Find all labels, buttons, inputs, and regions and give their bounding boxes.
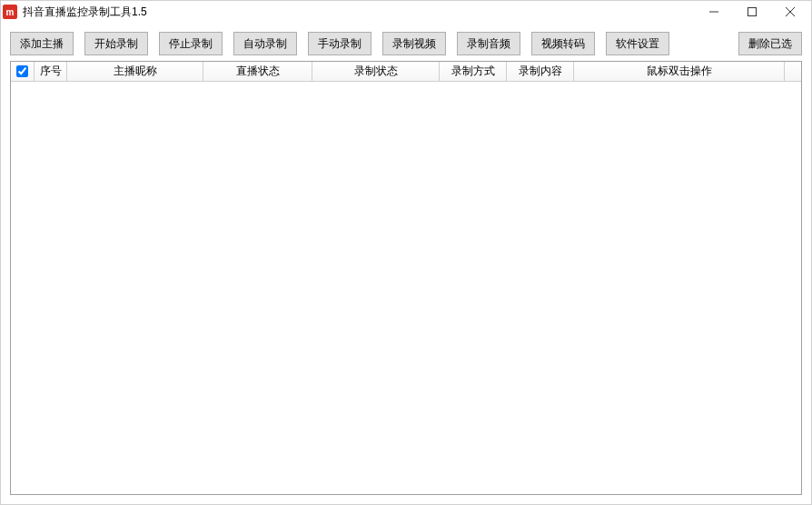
start-record-button[interactable]: 开始录制 (84, 32, 148, 55)
col-dblclick-action[interactable]: 鼠标双击操作 (574, 62, 785, 81)
col-record-mode[interactable]: 录制方式 (440, 62, 507, 81)
window-controls (695, 1, 809, 23)
col-live-status[interactable]: 直播状态 (203, 62, 312, 81)
grid-header: 序号 主播昵称 直播状态 录制状态 录制方式 录制内容 鼠标双击操作 (11, 62, 801, 82)
col-gutter (785, 62, 801, 81)
record-audio-button[interactable]: 录制音频 (457, 32, 520, 55)
select-all-checkbox[interactable] (16, 65, 28, 77)
close-button[interactable] (771, 1, 809, 23)
col-nickname[interactable]: 主播昵称 (67, 62, 203, 81)
transcode-button[interactable]: 视频转码 (531, 32, 595, 55)
grid-body[interactable] (11, 82, 801, 494)
col-record-content[interactable]: 录制内容 (507, 62, 574, 81)
delete-selected-button[interactable]: 删除已选 (738, 32, 802, 55)
auto-record-button[interactable]: 自动录制 (233, 32, 297, 55)
window-title: 抖音直播监控录制工具1.5 (23, 5, 695, 20)
minimize-button[interactable] (695, 1, 733, 23)
settings-button[interactable]: 软件设置 (606, 32, 669, 55)
col-record-status[interactable]: 录制状态 (312, 62, 440, 81)
stop-record-button[interactable]: 停止录制 (159, 32, 223, 55)
data-grid: 序号 主播昵称 直播状态 录制状态 录制方式 录制内容 鼠标双击操作 (10, 61, 802, 495)
maximize-button[interactable] (733, 1, 771, 23)
add-anchor-button[interactable]: 添加主播 (10, 32, 74, 55)
app-icon: m (3, 5, 17, 19)
record-video-button[interactable]: 录制视频 (382, 32, 446, 55)
col-index[interactable]: 序号 (35, 62, 67, 81)
manual-record-button[interactable]: 手动录制 (308, 32, 371, 55)
svg-rect-1 (748, 8, 757, 16)
toolbar: 添加主播 开始录制 停止录制 自动录制 手动录制 录制视频 录制音频 视频转码 … (1, 23, 811, 61)
titlebar: m 抖音直播监控录制工具1.5 (1, 1, 811, 23)
col-select-all[interactable] (11, 62, 35, 81)
